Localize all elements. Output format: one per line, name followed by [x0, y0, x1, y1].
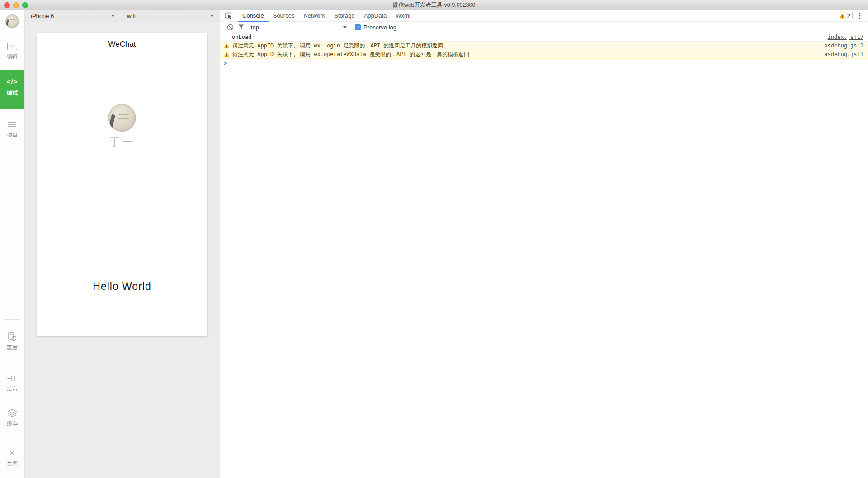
warning-icon — [839, 13, 845, 19]
frame-context-selector[interactable]: top — [251, 24, 347, 31]
traffic-lights — [4, 2, 28, 8]
tab-appdata[interactable]: AppData — [359, 10, 392, 22]
preserve-log-option: ✓ Preserve log — [355, 24, 396, 31]
warning-counter[interactable]: 2 — [839, 13, 850, 19]
console-warning-row: 请注意无 AppID 关联下, 调用 wx.operateWXData 是受限的… — [220, 50, 868, 59]
code-icon: </> — [0, 76, 24, 87]
toolbar-separator — [852, 12, 853, 19]
sidebar-item-cache[interactable]: 缓存 — [0, 408, 24, 428]
preserve-log-checkbox[interactable]: ✓ — [355, 24, 361, 30]
frame-context-value: top — [251, 24, 259, 31]
tab-storage[interactable]: Storage — [330, 10, 359, 22]
console-output: onLoad index.js:17 请注意无 AppID 关联下, 调用 wx… — [220, 33, 868, 478]
warning-icon — [224, 52, 230, 57]
chevron-down-icon — [111, 15, 115, 17]
toolbar-separator — [236, 12, 236, 19]
sidebar-item-label: 缓存 — [0, 420, 24, 428]
device-selector-value: iPhone 6 — [31, 13, 54, 19]
console-toolbar: top ✓ Preserve log — [220, 22, 868, 33]
phone-user-name: 丁一 — [37, 135, 207, 149]
console-prompt-chevron: > — [224, 60, 227, 66]
sidebar-item-restart[interactable]: 重启 — [0, 331, 24, 351]
minimize-traffic-light-icon[interactable] — [13, 2, 19, 8]
zoom-traffic-light-icon[interactable] — [22, 2, 28, 8]
source-link[interactable]: asdebug.js:1 — [815, 51, 863, 57]
sidebar: </> 编辑 </> 调试 项目 — [0, 10, 25, 478]
sidebar-item-edit[interactable]: </> 编辑 — [0, 41, 24, 61]
close-traffic-light-icon[interactable] — [4, 2, 10, 8]
sidebar-item-label: 编辑 — [0, 53, 24, 61]
simulator-panel: iPhone 6 wifi WeChat 丁一 Hello World — [25, 10, 220, 478]
devtools-tabbar: Console Sources Network Storage AppData … — [220, 10, 868, 22]
devtools-panel: Console Sources Network Storage AppData … — [220, 10, 868, 478]
sidebar-item-label: 项目 — [0, 131, 24, 139]
console-message: 请注意无 AppID 关联下, 调用 wx.login 是受限的，API 的返回… — [230, 42, 443, 50]
device-toolbar: iPhone 6 wifi — [25, 10, 220, 22]
phone-user-avatar[interactable] — [108, 104, 136, 132]
inspect-element-icon[interactable] — [223, 11, 234, 21]
warning-count-value: 2 — [847, 13, 850, 19]
window-title: 微信web开发者工具 v0.9.092300 — [393, 2, 476, 8]
console-prompt-row[interactable]: > — [220, 59, 868, 67]
sidebar-item-label: 关闭 — [0, 460, 24, 468]
layers-icon — [0, 408, 24, 419]
kebab-menu-icon[interactable]: ⋮ — [854, 11, 865, 21]
chevron-down-icon — [210, 15, 214, 17]
restart-icon — [0, 331, 24, 342]
console-log-row: onLoad index.js:17 — [220, 33, 868, 42]
filter-icon[interactable] — [236, 22, 246, 32]
network-selector[interactable]: wifi — [121, 10, 220, 22]
sidebar-item-project[interactable]: 项目 — [0, 119, 24, 139]
sidebar-item-debug[interactable]: </> 调试 — [0, 70, 24, 109]
phone-nav-title: WeChat — [37, 33, 207, 53]
code-badge-icon: </> — [0, 41, 24, 52]
network-selector-value: wifi — [127, 13, 136, 19]
source-link[interactable]: index.js:17 — [819, 34, 863, 40]
chevron-down-icon — [343, 26, 347, 28]
source-link[interactable]: asdebug.js:1 — [815, 43, 863, 49]
tab-console[interactable]: Console — [238, 10, 269, 22]
tab-network[interactable]: Network — [299, 10, 330, 22]
sidebar-item-label: 调试 — [0, 90, 24, 97]
close-icon — [0, 448, 24, 459]
warning-icon — [224, 43, 230, 48]
tab-wxml[interactable]: Wxml — [391, 10, 415, 22]
sidebar-item-close[interactable]: 关闭 — [0, 448, 24, 468]
sidebar-divider — [4, 319, 20, 320]
console-warning-row: 请注意无 AppID 关联下, 调用 wx.login 是受限的，API 的返回… — [220, 42, 868, 50]
to-background-icon — [0, 373, 24, 384]
device-selector[interactable]: iPhone 6 — [25, 10, 121, 22]
list-icon — [0, 119, 24, 130]
phone-greeting-text: Hello World — [37, 280, 207, 293]
preserve-log-label: Preserve log — [363, 24, 396, 31]
console-message: onLoad — [224, 34, 251, 40]
user-avatar[interactable] — [5, 14, 19, 28]
sidebar-item-label: 后台 — [0, 385, 24, 393]
simulator-stage: WeChat 丁一 Hello World — [25, 22, 220, 478]
phone-preview: WeChat 丁一 Hello World — [37, 33, 207, 336]
sidebar-item-label: 重启 — [0, 344, 24, 351]
sidebar-item-background[interactable]: 后台 — [0, 373, 24, 393]
window-titlebar: 微信web开发者工具 v0.9.092300 — [0, 0, 868, 10]
tab-sources[interactable]: Sources — [269, 10, 299, 22]
clear-console-icon[interactable] — [225, 22, 236, 32]
console-message: 请注意无 AppID 关联下, 调用 wx.operateWXData 是受限的… — [230, 51, 469, 58]
